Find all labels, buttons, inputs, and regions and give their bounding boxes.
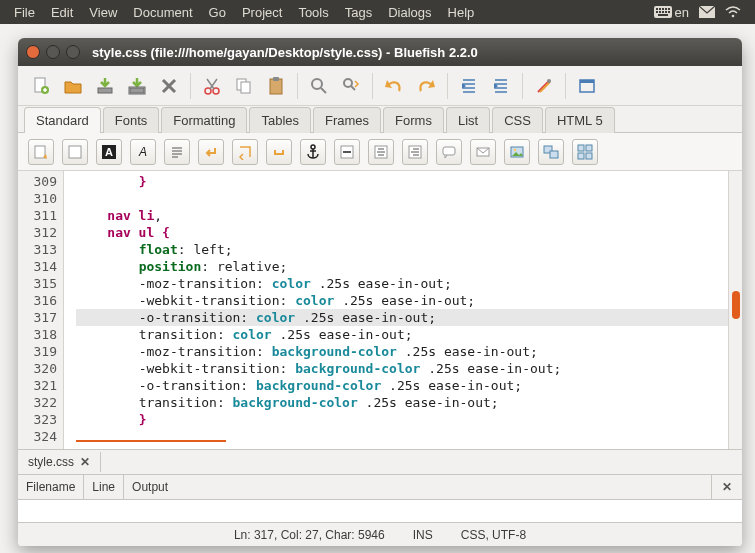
find-replace-button[interactable] <box>338 73 364 99</box>
open-file-button[interactable] <box>60 73 86 99</box>
menu-file[interactable]: File <box>6 2 43 23</box>
svg-point-27 <box>312 79 322 89</box>
tab-standard[interactable]: Standard <box>24 107 101 133</box>
svg-point-49 <box>514 148 516 150</box>
svg-rect-4 <box>659 8 661 10</box>
copy-button[interactable] <box>231 73 257 99</box>
tab-formatting[interactable]: Formatting <box>161 107 247 133</box>
status-insert-mode[interactable]: INS <box>413 528 433 542</box>
multithumbnail-button[interactable] <box>572 139 598 165</box>
statusbar: Ln: 317, Col: 27, Char: 5946 INS CSS, UT… <box>18 522 742 546</box>
save-button[interactable] <box>92 73 118 99</box>
svg-point-39 <box>311 145 315 149</box>
tray-mail-icon[interactable] <box>699 6 715 18</box>
status-cursor-position: Ln: 317, Col: 27, Char: 5946 <box>234 528 385 542</box>
code-editor[interactable]: } nav li, nav ul { float: left; position… <box>64 171 728 449</box>
svg-rect-8 <box>656 11 658 13</box>
tray-wifi-icon[interactable] <box>725 6 741 18</box>
file-tab-label: style.css <box>28 455 74 469</box>
svg-line-28 <box>321 88 326 93</box>
fullscreen-button[interactable] <box>574 73 600 99</box>
menu-project[interactable]: Project <box>234 2 290 23</box>
window-maximize-button[interactable] <box>66 45 80 59</box>
scrollbar-thumb[interactable] <box>732 291 740 319</box>
paragraph-button[interactable] <box>164 139 190 165</box>
svg-rect-13 <box>658 14 668 16</box>
titlebar[interactable]: style.css (file:///home/gayan/Desktop/st… <box>18 38 742 66</box>
menu-tags[interactable]: Tags <box>337 2 380 23</box>
paste-button[interactable] <box>263 73 289 99</box>
email-button[interactable] <box>470 139 496 165</box>
tab-tables[interactable]: Tables <box>249 107 311 133</box>
svg-rect-18 <box>98 88 112 93</box>
svg-rect-7 <box>668 8 670 10</box>
cut-button[interactable] <box>199 73 225 99</box>
svg-rect-33 <box>580 80 594 83</box>
center-button[interactable] <box>368 139 394 165</box>
window-close-button[interactable] <box>26 45 40 59</box>
indent-button[interactable] <box>488 73 514 99</box>
tab-css[interactable]: CSS <box>492 107 543 133</box>
thumbnail-button[interactable] <box>538 139 564 165</box>
output-close-button[interactable]: ✕ <box>712 475 742 499</box>
rightalign-button[interactable] <box>402 139 428 165</box>
menu-dialogs[interactable]: Dialogs <box>380 2 439 23</box>
svg-rect-12 <box>668 11 670 13</box>
italic-button[interactable]: A <box>130 139 156 165</box>
tray-keyboard-indicator[interactable]: en <box>654 5 689 20</box>
output-panel-header: Filename Line Output ✕ <box>18 475 742 500</box>
new-file-button[interactable] <box>28 73 54 99</box>
svg-rect-24 <box>241 82 250 93</box>
status-file-mode[interactable]: CSS, UTF-8 <box>461 528 526 542</box>
svg-rect-54 <box>578 153 584 159</box>
redo-button[interactable] <box>413 73 439 99</box>
svg-rect-34 <box>35 146 45 158</box>
svg-rect-3 <box>656 8 658 10</box>
tab-list[interactable]: List <box>446 107 490 133</box>
hrule-button[interactable] <box>334 139 360 165</box>
menu-help[interactable]: Help <box>440 2 483 23</box>
svg-rect-46 <box>443 147 455 155</box>
system-menubar: File Edit View Document Go Project Tools… <box>0 0 755 24</box>
break-button[interactable] <box>198 139 224 165</box>
tab-fonts[interactable]: Fonts <box>103 107 160 133</box>
undo-button[interactable] <box>381 73 407 99</box>
comment-button[interactable] <box>436 139 462 165</box>
anchor-button[interactable] <box>300 139 326 165</box>
svg-rect-26 <box>273 77 279 81</box>
window-minimize-button[interactable] <box>46 45 60 59</box>
menu-edit[interactable]: Edit <box>43 2 81 23</box>
menu-tools[interactable]: Tools <box>290 2 336 23</box>
save-as-button[interactable] <box>124 73 150 99</box>
output-col-output[interactable]: Output <box>124 475 712 499</box>
file-tab-stylecss[interactable]: style.css ✕ <box>18 452 101 472</box>
find-button[interactable] <box>306 73 332 99</box>
quickstart-button[interactable] <box>28 139 54 165</box>
line-number-gutter: 3093103113123133143153163173183193203213… <box>18 171 64 449</box>
body-button[interactable] <box>62 139 88 165</box>
preferences-button[interactable] <box>531 73 557 99</box>
svg-rect-10 <box>662 11 664 13</box>
unindent-button[interactable] <box>456 73 482 99</box>
brclear-button[interactable] <box>232 139 258 165</box>
menu-view[interactable]: View <box>81 2 125 23</box>
tab-html5[interactable]: HTML 5 <box>545 107 615 133</box>
menu-go[interactable]: Go <box>201 2 234 23</box>
editor-area: 3093103113123133143153163173183193203213… <box>18 171 742 449</box>
close-file-button[interactable] <box>156 73 182 99</box>
output-col-filename[interactable]: Filename <box>18 475 84 499</box>
svg-rect-9 <box>659 11 661 13</box>
output-col-line[interactable]: Line <box>84 475 124 499</box>
bold-button[interactable]: A <box>96 139 122 165</box>
tab-frames[interactable]: Frames <box>313 107 381 133</box>
nbsp-button[interactable] <box>266 139 292 165</box>
menu-document[interactable]: Document <box>125 2 200 23</box>
svg-rect-55 <box>586 153 592 159</box>
vertical-scrollbar[interactable] <box>728 171 742 449</box>
tab-forms[interactable]: Forms <box>383 107 444 133</box>
svg-text:A: A <box>138 145 147 159</box>
image-button[interactable] <box>504 139 530 165</box>
svg-line-30 <box>351 86 355 90</box>
file-tab-close-icon[interactable]: ✕ <box>80 455 90 469</box>
svg-rect-51 <box>550 151 558 158</box>
